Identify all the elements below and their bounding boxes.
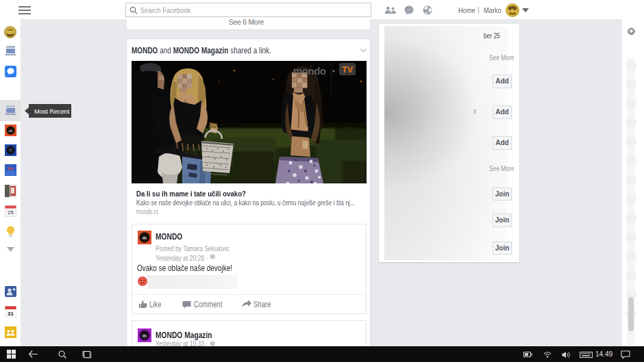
svg-text:m: m — [9, 129, 12, 133]
svg-text:31: 31 — [8, 311, 14, 317]
svg-text:m: m — [143, 333, 147, 338]
svg-text:TV: TV — [342, 65, 354, 75]
svg-text:mondo: mondo — [293, 65, 326, 77]
svg-text:m: m — [143, 235, 147, 240]
svg-text:blic: blic — [8, 166, 14, 170]
svg-text:25: 25 — [8, 209, 13, 216]
